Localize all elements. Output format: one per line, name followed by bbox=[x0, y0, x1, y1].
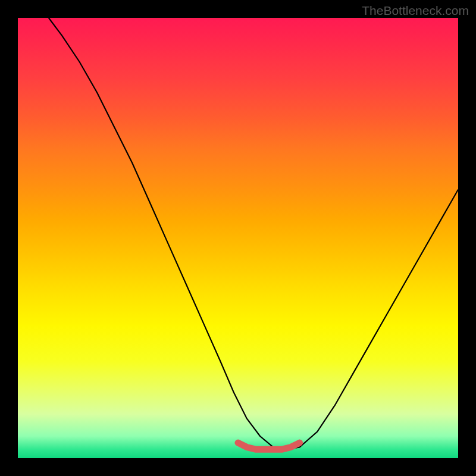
chart-plot-area bbox=[18, 18, 458, 458]
watermark-text: TheBottleneck.com bbox=[362, 4, 469, 18]
chart-svg bbox=[18, 18, 458, 458]
bottleneck-curve-path bbox=[49, 18, 458, 449]
